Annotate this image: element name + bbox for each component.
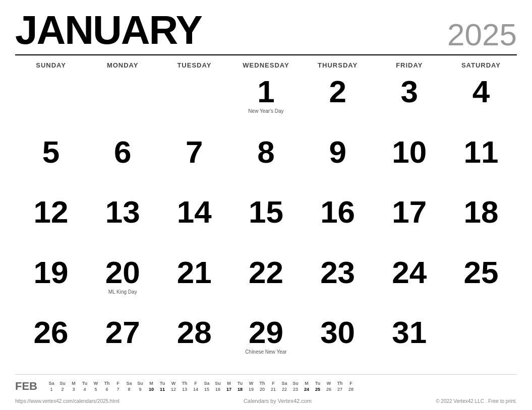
mini-day-cell: 22: [279, 387, 289, 392]
mini-day-cell: 21: [268, 387, 278, 392]
mini-day-header: M: [69, 381, 79, 386]
calendar-cell: 2: [302, 73, 374, 133]
day-header-tue: TUESDAY: [158, 59, 230, 71]
day-header-sat: SATURDAY: [445, 59, 517, 71]
mini-grid: SaSuMTuWThFSaSuMTuWThFSaSuMTuWThFSaSuMTu…: [46, 381, 356, 392]
date-number: 7: [186, 136, 203, 168]
mini-day-header: M: [302, 381, 312, 386]
calendar-cell: 4: [445, 73, 517, 133]
mini-day-cell: 27: [335, 387, 345, 392]
mini-day-cell: 9: [135, 387, 145, 392]
calendar-cell: 27: [87, 314, 158, 374]
mini-day-cell: 13: [180, 387, 190, 392]
calendar-cell: 19: [15, 254, 87, 314]
mini-day-header: Tu: [80, 381, 90, 386]
date-number: 19: [34, 257, 69, 288]
mini-day-cell: 6: [102, 387, 112, 392]
footer-copyright: © 2022 Vertex42 LLC . Free to print.: [436, 398, 517, 404]
date-number: 16: [320, 196, 355, 228]
date-number: 24: [392, 257, 427, 288]
mini-day-header: Sa: [46, 381, 56, 386]
calendar-cell: 15: [230, 193, 302, 254]
date-number: 14: [177, 196, 212, 228]
calendar-cell: 14: [158, 193, 230, 254]
date-number: 15: [249, 196, 283, 228]
mini-day-cell: 23: [290, 387, 301, 392]
mini-day-cell: 28: [346, 387, 356, 392]
calendar-cell: 10: [374, 133, 445, 194]
date-number: 8: [257, 136, 274, 168]
mini-day-header: Sa: [202, 381, 212, 386]
date-number: 1: [257, 76, 274, 107]
mini-day-cell: 7: [113, 387, 123, 392]
date-number: 13: [105, 196, 140, 228]
mini-day-cell: 26: [324, 387, 334, 392]
date-number: 31: [392, 317, 427, 348]
date-number: 30: [320, 317, 355, 348]
calendar-cell: 18: [445, 193, 517, 254]
calendar-cell: 20ML King Day: [87, 254, 158, 314]
date-number: 6: [114, 136, 131, 168]
calendar-cell: 13: [87, 193, 158, 254]
day-header-sun: SUNDAY: [15, 59, 87, 71]
mini-day-header: F: [268, 381, 278, 386]
date-number: 11: [463, 136, 498, 168]
mini-calendar-section: FEB SaSuMTuWThFSaSuMTuWThFSaSuMTuWThFSaS…: [15, 374, 517, 395]
calendar-cell: 12: [15, 193, 87, 254]
month-title: JANUARY: [15, 10, 202, 50]
calendar-cell: 25: [445, 254, 517, 314]
calendar-cell: [87, 73, 158, 133]
mini-day-header: Th: [335, 381, 345, 386]
footer: https://www.vertex42.com/calendars/2025.…: [15, 395, 517, 405]
holiday-label: Chinese New Year: [245, 349, 286, 355]
calendar-cell: 16: [302, 193, 374, 254]
day-header-fri: FRIDAY: [374, 59, 445, 71]
mini-day-header: W: [168, 381, 179, 386]
calendar-cell: 21: [158, 254, 230, 314]
mini-day-cell: 17: [224, 387, 234, 392]
calendar-cell: [15, 73, 87, 133]
calendar-cell: [445, 314, 517, 374]
calendar-cell: 11: [445, 133, 517, 194]
calendar-cell: 30: [302, 314, 374, 374]
mini-day-cell: 25: [313, 387, 323, 392]
mini-day-cell: 18: [235, 387, 245, 392]
mini-day-cell: 24: [302, 387, 312, 392]
date-number: 9: [329, 136, 346, 168]
mini-day-header: W: [91, 381, 101, 386]
mini-day-header: Th: [102, 381, 112, 386]
date-number: 23: [320, 257, 355, 288]
mini-day-cell: 12: [168, 387, 179, 392]
date-number: 25: [463, 257, 498, 288]
date-number: 21: [177, 257, 212, 288]
mini-day-cell: 4: [80, 387, 90, 392]
date-number: 26: [34, 317, 69, 348]
date-number: 5: [42, 136, 60, 168]
date-number: 20: [105, 257, 140, 288]
year-title: 2025: [447, 19, 517, 50]
calendar-cell: 28: [158, 314, 230, 374]
date-number: 22: [249, 257, 283, 288]
mini-day-header: Su: [213, 381, 223, 386]
calendar-cell: 24: [374, 254, 445, 314]
footer-url: https://www.vertex42.com/calendars/2025.…: [15, 398, 120, 404]
calendar-cell: 1New Year's Day: [230, 73, 302, 133]
calendar-cell: 26: [15, 314, 87, 374]
date-number: 10: [392, 136, 427, 168]
calendar-container: JANUARY 2025 SUNDAY MONDAY TUESDAY WEDNE…: [0, 0, 532, 410]
calendar-cell: 5: [15, 133, 87, 194]
mini-month-label: FEB: [15, 380, 40, 393]
date-number: 2: [329, 76, 346, 107]
date-number: 4: [472, 76, 490, 107]
calendar-grid: 1New Year's Day2345678910111213141516171…: [15, 73, 517, 374]
date-number: 12: [34, 196, 69, 228]
mini-grid-container: SaSuMTuWThFSaSuMTuWThFSaSuMTuWThFSaSuMTu…: [46, 381, 356, 392]
date-number: 17: [392, 196, 427, 228]
mini-day-cell: 16: [213, 387, 223, 392]
mini-day-header: M: [146, 381, 156, 386]
mini-day-cell: 14: [191, 387, 201, 392]
mini-day-cell: 5: [91, 387, 101, 392]
calendar-cell: 17: [374, 193, 445, 254]
footer-center: Calendars by Vertex42.com: [244, 398, 312, 404]
mini-day-header: Tu: [235, 381, 245, 386]
